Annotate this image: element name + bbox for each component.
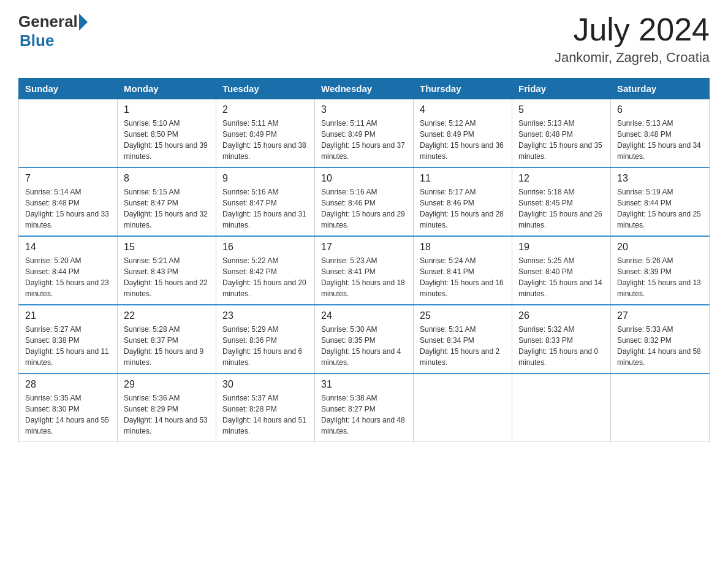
day-info: Sunrise: 5:22 AMSunset: 8:42 PMDaylight:…	[222, 255, 308, 299]
day-cell: 24Sunrise: 5:30 AMSunset: 8:35 PMDayligh…	[315, 305, 414, 373]
day-info: Sunrise: 5:28 AMSunset: 8:37 PMDaylight:…	[124, 324, 210, 368]
day-number: 19	[518, 242, 604, 253]
week-row-1: 1Sunrise: 5:10 AMSunset: 8:50 PMDaylight…	[19, 99, 710, 168]
day-cell: 28Sunrise: 5:35 AMSunset: 8:30 PMDayligh…	[19, 373, 118, 442]
day-info: Sunrise: 5:19 AMSunset: 8:44 PMDaylight:…	[617, 186, 703, 231]
day-info: Sunrise: 5:14 AMSunset: 8:48 PMDaylight:…	[25, 186, 111, 231]
day-cell: 27Sunrise: 5:33 AMSunset: 8:32 PMDayligh…	[611, 305, 710, 373]
day-info: Sunrise: 5:17 AMSunset: 8:46 PMDaylight:…	[420, 186, 506, 231]
day-number: 13	[617, 173, 703, 184]
day-number: 18	[420, 242, 506, 253]
day-cell: 20Sunrise: 5:26 AMSunset: 8:39 PMDayligh…	[611, 236, 710, 305]
day-cell	[512, 373, 611, 442]
day-number: 12	[518, 173, 604, 184]
day-info: Sunrise: 5:11 AMSunset: 8:49 PMDaylight:…	[321, 118, 407, 162]
day-number: 20	[617, 242, 703, 253]
day-cell: 29Sunrise: 5:36 AMSunset: 8:29 PMDayligh…	[118, 373, 216, 442]
day-info: Sunrise: 5:29 AMSunset: 8:36 PMDaylight:…	[222, 324, 308, 368]
day-number: 1	[124, 104, 210, 115]
day-cell: 15Sunrise: 5:21 AMSunset: 8:43 PMDayligh…	[118, 236, 216, 305]
day-number: 30	[222, 379, 308, 390]
day-info: Sunrise: 5:15 AMSunset: 8:47 PMDaylight:…	[124, 186, 210, 231]
day-info: Sunrise: 5:16 AMSunset: 8:47 PMDaylight:…	[222, 186, 308, 231]
day-cell: 22Sunrise: 5:28 AMSunset: 8:37 PMDayligh…	[118, 305, 216, 373]
day-info: Sunrise: 5:18 AMSunset: 8:45 PMDaylight:…	[518, 186, 604, 231]
day-cell	[19, 99, 118, 168]
day-cell: 3Sunrise: 5:11 AMSunset: 8:49 PMDaylight…	[315, 99, 414, 168]
header-cell-wednesday: Wednesday	[315, 79, 414, 99]
day-info: Sunrise: 5:20 AMSunset: 8:44 PMDaylight:…	[25, 255, 111, 299]
day-info: Sunrise: 5:26 AMSunset: 8:39 PMDaylight:…	[617, 255, 703, 299]
day-number: 25	[420, 310, 506, 321]
location-subtitle: Jankomir, Zagreb, Croatia	[555, 50, 710, 66]
day-number: 4	[420, 104, 506, 115]
day-cell: 7Sunrise: 5:14 AMSunset: 8:48 PMDaylight…	[19, 167, 118, 236]
day-cell: 17Sunrise: 5:23 AMSunset: 8:41 PMDayligh…	[315, 236, 414, 305]
day-number: 26	[518, 310, 604, 321]
week-row-4: 21Sunrise: 5:27 AMSunset: 8:38 PMDayligh…	[19, 305, 710, 373]
day-cell: 8Sunrise: 5:15 AMSunset: 8:47 PMDaylight…	[118, 167, 216, 236]
day-cell: 25Sunrise: 5:31 AMSunset: 8:34 PMDayligh…	[414, 305, 512, 373]
day-number: 7	[25, 173, 111, 184]
day-cell: 10Sunrise: 5:16 AMSunset: 8:46 PMDayligh…	[315, 167, 414, 236]
header-cell-tuesday: Tuesday	[216, 79, 315, 99]
day-number: 28	[25, 379, 111, 390]
day-cell: 6Sunrise: 5:13 AMSunset: 8:48 PMDaylight…	[611, 99, 710, 168]
day-info: Sunrise: 5:32 AMSunset: 8:33 PMDaylight:…	[518, 324, 604, 368]
day-info: Sunrise: 5:23 AMSunset: 8:41 PMDaylight:…	[321, 255, 407, 299]
day-cell: 16Sunrise: 5:22 AMSunset: 8:42 PMDayligh…	[216, 236, 315, 305]
day-number: 22	[124, 310, 210, 321]
day-number: 24	[321, 310, 407, 321]
day-cell: 12Sunrise: 5:18 AMSunset: 8:45 PMDayligh…	[512, 167, 611, 236]
logo: General Blue	[18, 12, 88, 50]
week-row-3: 14Sunrise: 5:20 AMSunset: 8:44 PMDayligh…	[19, 236, 710, 305]
day-number: 14	[25, 242, 111, 253]
header-cell-saturday: Saturday	[611, 79, 710, 99]
day-cell: 30Sunrise: 5:37 AMSunset: 8:28 PMDayligh…	[216, 373, 315, 442]
day-number: 11	[420, 173, 506, 184]
day-info: Sunrise: 5:16 AMSunset: 8:46 PMDaylight:…	[321, 186, 407, 231]
day-cell: 14Sunrise: 5:20 AMSunset: 8:44 PMDayligh…	[19, 236, 118, 305]
title-area: July 2024 Jankomir, Zagreb, Croatia	[555, 12, 710, 66]
day-info: Sunrise: 5:30 AMSunset: 8:35 PMDaylight:…	[321, 324, 407, 368]
day-cell: 11Sunrise: 5:17 AMSunset: 8:46 PMDayligh…	[414, 167, 512, 236]
day-cell	[414, 373, 512, 442]
day-cell: 2Sunrise: 5:11 AMSunset: 8:49 PMDaylight…	[216, 99, 315, 168]
day-cell: 31Sunrise: 5:38 AMSunset: 8:27 PMDayligh…	[315, 373, 414, 442]
day-cell: 26Sunrise: 5:32 AMSunset: 8:33 PMDayligh…	[512, 305, 611, 373]
header-row: SundayMondayTuesdayWednesdayThursdayFrid…	[19, 79, 710, 99]
header-cell-thursday: Thursday	[414, 79, 512, 99]
day-cell	[611, 373, 710, 442]
header: General Blue July 2024 Jankomir, Zagreb,…	[18, 12, 710, 66]
day-cell: 13Sunrise: 5:19 AMSunset: 8:44 PMDayligh…	[611, 167, 710, 236]
day-info: Sunrise: 5:24 AMSunset: 8:41 PMDaylight:…	[420, 255, 506, 299]
day-cell: 1Sunrise: 5:10 AMSunset: 8:50 PMDaylight…	[118, 99, 216, 168]
header-cell-monday: Monday	[118, 79, 216, 99]
day-number: 2	[222, 104, 308, 115]
day-number: 27	[617, 310, 703, 321]
header-cell-friday: Friday	[512, 79, 611, 99]
day-number: 21	[25, 310, 111, 321]
logo-blue: Blue	[20, 31, 54, 50]
day-number: 16	[222, 242, 308, 253]
day-number: 31	[321, 379, 407, 390]
day-info: Sunrise: 5:13 AMSunset: 8:48 PMDaylight:…	[617, 118, 703, 162]
day-number: 15	[124, 242, 210, 253]
calendar-body: 1Sunrise: 5:10 AMSunset: 8:50 PMDaylight…	[19, 99, 710, 442]
day-number: 17	[321, 242, 407, 253]
day-info: Sunrise: 5:31 AMSunset: 8:34 PMDaylight:…	[420, 324, 506, 368]
week-row-2: 7Sunrise: 5:14 AMSunset: 8:48 PMDaylight…	[19, 167, 710, 236]
calendar-table: SundayMondayTuesdayWednesdayThursdayFrid…	[18, 78, 710, 442]
day-number: 9	[222, 173, 308, 184]
day-info: Sunrise: 5:13 AMSunset: 8:48 PMDaylight:…	[518, 118, 604, 162]
day-cell: 9Sunrise: 5:16 AMSunset: 8:47 PMDaylight…	[216, 167, 315, 236]
day-info: Sunrise: 5:36 AMSunset: 8:29 PMDaylight:…	[124, 393, 210, 437]
day-info: Sunrise: 5:12 AMSunset: 8:49 PMDaylight:…	[420, 118, 506, 162]
day-number: 8	[124, 173, 210, 184]
header-cell-sunday: Sunday	[19, 79, 118, 99]
day-number: 10	[321, 173, 407, 184]
logo-triangle-icon	[79, 13, 88, 31]
day-info: Sunrise: 5:35 AMSunset: 8:30 PMDaylight:…	[25, 393, 111, 437]
month-year-title: July 2024	[555, 12, 710, 47]
day-number: 23	[222, 310, 308, 321]
